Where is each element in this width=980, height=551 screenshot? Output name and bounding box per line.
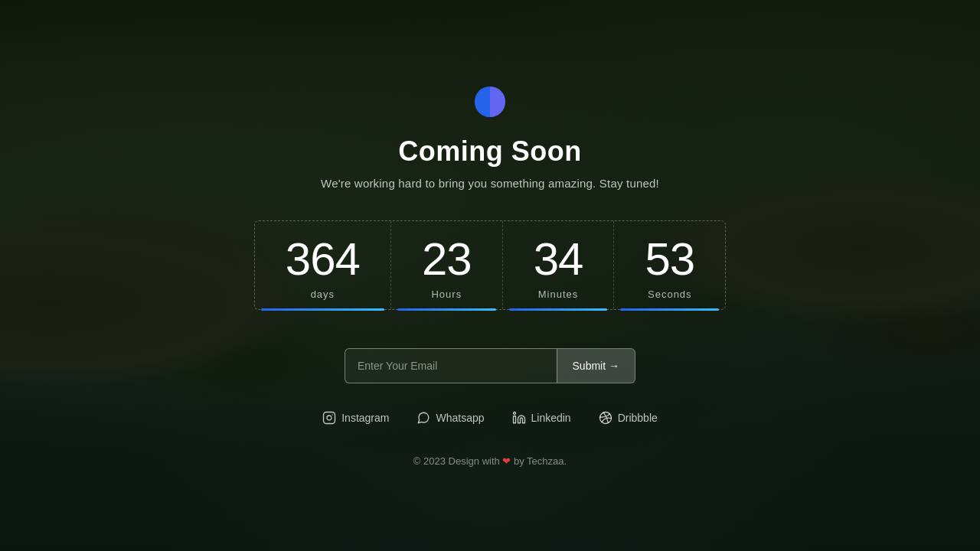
hours-value: 23: [422, 236, 472, 282]
minutes-value: 34: [534, 236, 583, 282]
countdown-hours: 23 Hours: [391, 221, 503, 309]
minutes-label: Minutes: [538, 289, 579, 300]
days-value: 364: [286, 236, 360, 282]
instagram-icon: [322, 411, 336, 425]
svg-point-2: [327, 416, 332, 420]
svg-rect-4: [513, 416, 515, 422]
social-instagram[interactable]: Instagram: [322, 411, 389, 425]
dribbble-icon: [599, 411, 612, 425]
seconds-value: 53: [645, 236, 694, 282]
social-linkedin[interactable]: Linkedin: [512, 411, 571, 425]
days-label: days: [311, 289, 335, 300]
svg-point-3: [332, 414, 334, 416]
logo-icon: [473, 85, 507, 135]
hours-label: Hours: [431, 289, 462, 300]
footer-prefix: © 2023 Design with: [413, 455, 500, 467]
whatsapp-icon: [416, 411, 430, 425]
linkedin-label: Linkedin: [531, 412, 571, 424]
countdown-minutes: 34 Minutes: [503, 221, 615, 309]
whatsapp-label: Whatsapp: [436, 412, 484, 424]
countdown-days: 364 days: [255, 221, 391, 309]
social-links: Instagram Whatsapp Linkedin: [322, 411, 658, 425]
instagram-label: Instagram: [341, 412, 389, 424]
page-title: Coming Soon: [398, 135, 581, 168]
page-subtitle: We're working hard to bring you somethin…: [321, 177, 659, 190]
email-form: Submit →: [345, 348, 635, 383]
countdown-seconds: 53 Seconds: [614, 221, 725, 309]
social-whatsapp[interactable]: Whatsapp: [416, 411, 484, 425]
footer-suffix: by Techzaa.: [514, 455, 567, 467]
svg-point-5: [513, 412, 515, 414]
svg-rect-1: [324, 412, 335, 423]
page-content: Coming Soon We're working hard to bring …: [0, 85, 980, 467]
heart-icon: ❤: [502, 455, 514, 467]
linkedin-icon: [512, 411, 526, 425]
seconds-label: Seconds: [648, 289, 692, 300]
email-input[interactable]: [345, 349, 557, 383]
dribbble-label: Dribbble: [618, 412, 658, 424]
countdown-container: 364 days 23 Hours 34 Minutes 53 Seconds: [254, 220, 726, 310]
submit-button[interactable]: Submit →: [557, 349, 635, 383]
social-dribbble[interactable]: Dribbble: [599, 411, 658, 425]
footer-text: © 2023 Design with ❤ by Techzaa.: [413, 455, 567, 467]
